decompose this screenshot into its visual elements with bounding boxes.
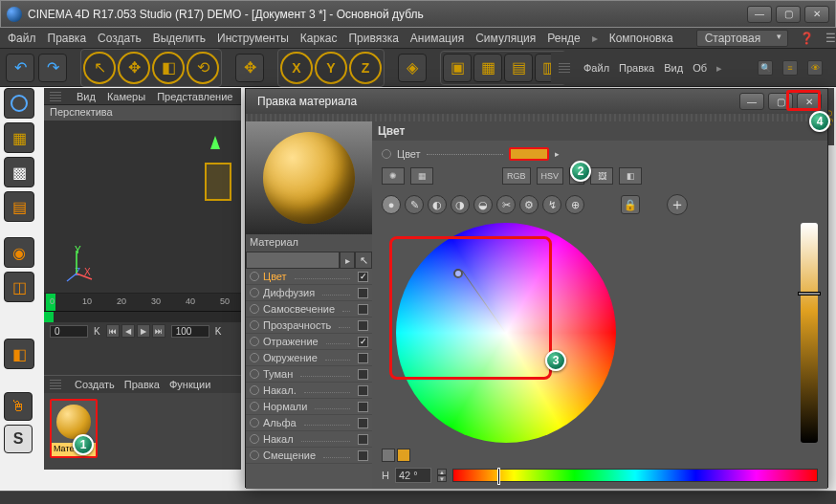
tool-5[interactable]: ◒ <box>473 195 493 214</box>
mm-menu-functions[interactable]: Функции <box>169 379 210 390</box>
rotate-tool[interactable]: ⟲ <box>187 52 219 84</box>
help-icon[interactable]: ❓ <box>800 31 814 46</box>
layout-dropdown[interactable]: Стартовая <box>696 30 789 47</box>
scale-tool[interactable]: ◧ <box>152 52 185 84</box>
channel-row[interactable]: Прозрачность <box>246 318 372 334</box>
material-editor-titlebar[interactable]: Правка материала — ▢ ✕ <box>246 89 827 114</box>
material-list[interactable]: Мате <box>44 393 241 470</box>
color-swatch[interactable] <box>509 147 549 161</box>
menu-animate[interactable]: Анимация <box>410 32 464 45</box>
minimize-button[interactable]: — <box>747 6 772 23</box>
mouse-icon[interactable]: 🖱 <box>4 392 33 421</box>
close-button[interactable]: ✕ <box>804 6 829 23</box>
tool-8[interactable]: ↯ <box>542 195 561 214</box>
make-editable-button[interactable] <box>4 88 34 119</box>
hue-strip[interactable] <box>452 469 818 482</box>
om-menu-file[interactable]: Файл <box>583 62 609 74</box>
swatch[interactable] <box>382 449 395 462</box>
tool-7[interactable]: ⚙ <box>519 195 539 214</box>
om-menu-edit[interactable]: Правка <box>619 62 654 74</box>
om-menu-view[interactable]: Вид <box>664 62 683 74</box>
eyedropper-button[interactable]: ✎ <box>405 195 424 214</box>
nav-first-button[interactable]: ⏮ <box>106 324 120 338</box>
axis-z-toggle[interactable]: Z <box>349 52 382 84</box>
lock-button[interactable]: 🔒 <box>621 195 640 214</box>
menu-create[interactable]: Создать <box>98 32 142 45</box>
texture-mode-button[interactable]: ▩ <box>4 157 34 187</box>
channel-row[interactable]: Нормали <box>246 399 372 415</box>
config-icon[interactable]: ☰ <box>825 31 836 46</box>
move-tool[interactable]: ✥ <box>118 52 150 84</box>
tool-4[interactable]: ◑ <box>451 195 470 214</box>
channel-row[interactable]: Накал. <box>246 383 372 399</box>
channel-row[interactable]: Самосвечение <box>246 301 372 318</box>
menu-simulate[interactable]: Симуляция <box>475 32 536 45</box>
menu-snap[interactable]: Привязка <box>348 32 398 45</box>
nav-last-button[interactable]: ⏭ <box>152 324 165 338</box>
tool-9[interactable]: ⊕ <box>565 195 584 214</box>
timeline-scrub[interactable] <box>44 311 241 322</box>
channel-checkbox[interactable] <box>358 385 368 396</box>
render-region-button[interactable]: ▦ <box>473 54 502 82</box>
y-axis-arrow-icon[interactable] <box>210 136 220 149</box>
channel-row[interactable]: Накал <box>246 431 372 448</box>
selected-object-gizmo[interactable] <box>205 163 231 201</box>
color-wheel[interactable] <box>396 223 616 443</box>
channel-checkbox[interactable]: ✓ <box>358 337 368 347</box>
material-preview[interactable] <box>246 121 372 234</box>
channel-checkbox[interactable] <box>358 418 368 428</box>
poly-mode-button[interactable]: ◧ <box>4 339 34 369</box>
channel-row[interactable]: Цвет✓ <box>246 269 372 285</box>
panel-grip[interactable] <box>246 114 827 121</box>
nav-prev-button[interactable]: ◀ <box>121 324 135 338</box>
object-manipulator[interactable] <box>199 134 237 210</box>
me-close-button[interactable]: ✕ <box>797 93 822 110</box>
panel-grip[interactable] <box>50 380 61 389</box>
render-view-button[interactable]: ▣ <box>443 54 472 82</box>
mm-menu-create[interactable]: Создать <box>75 379 115 390</box>
channel-row[interactable]: Смещение <box>246 448 372 464</box>
tool-3[interactable]: ◐ <box>428 195 447 214</box>
hsv-button[interactable]: HSV <box>537 167 564 185</box>
swatch-grid-button[interactable]: ▦ <box>410 167 433 185</box>
channel-row[interactable]: Окружение <box>246 350 372 366</box>
workplane-mode-button[interactable]: ▤ <box>4 191 34 222</box>
om-eye-icon[interactable]: 👁 <box>807 60 823 76</box>
coord-system-button[interactable]: ◈ <box>398 54 427 82</box>
om-menu-obj[interactable]: Об <box>693 62 707 74</box>
vp-menu-cameras[interactable]: Камеры <box>107 91 145 102</box>
channel-row[interactable]: Альфа <box>246 415 372 431</box>
timeline-ruler[interactable]: 0 10 20 30 40 50 <box>44 294 241 311</box>
select-tool[interactable]: ↖ <box>83 52 116 84</box>
channel-checkbox[interactable] <box>358 353 368 363</box>
brightness-slider[interactable] <box>801 223 818 443</box>
channel-checkbox[interactable]: ✓ <box>358 272 368 282</box>
nav-next-button[interactable]: ▶ <box>137 324 150 338</box>
channel-checkbox[interactable] <box>358 369 368 380</box>
axis-x-toggle[interactable]: X <box>280 52 313 84</box>
hue-cursor[interactable] <box>497 468 500 485</box>
channel-checkbox[interactable] <box>358 288 368 298</box>
hue-spinner[interactable]: ▲▼ <box>437 469 447 482</box>
render-settings-button[interactable]: ▤ <box>504 54 533 82</box>
channel-checkbox[interactable] <box>358 320 368 331</box>
channel-row[interactable]: Отражение✓ <box>246 334 372 350</box>
om-filter-icon[interactable]: ≡ <box>782 60 798 76</box>
axis-y-toggle[interactable]: Y <box>315 52 347 84</box>
model-mode-button[interactable]: ▦ <box>4 122 34 153</box>
me-maximize-button[interactable]: ▢ <box>768 93 793 110</box>
mm-menu-edit[interactable]: Правка <box>124 379 160 390</box>
panel-grip[interactable] <box>559 63 570 73</box>
frame-end-field[interactable]: 100 <box>171 325 209 338</box>
wheel-handle[interactable] <box>453 269 463 278</box>
color-radio-icon[interactable] <box>382 149 391 159</box>
frame-start-field[interactable]: 0 <box>50 325 88 338</box>
channel-checkbox[interactable] <box>358 304 368 315</box>
hue-value-field[interactable]: 42 ° <box>395 468 431 483</box>
snap-s-button[interactable]: S <box>4 425 33 453</box>
channel-checkbox[interactable] <box>358 402 368 412</box>
picker-mix-button[interactable]: ◧ <box>619 167 642 185</box>
menu-mesh[interactable]: Каркас <box>300 32 338 45</box>
maximize-button[interactable]: ▢ <box>776 6 801 23</box>
channel-checkbox[interactable] <box>358 450 368 461</box>
